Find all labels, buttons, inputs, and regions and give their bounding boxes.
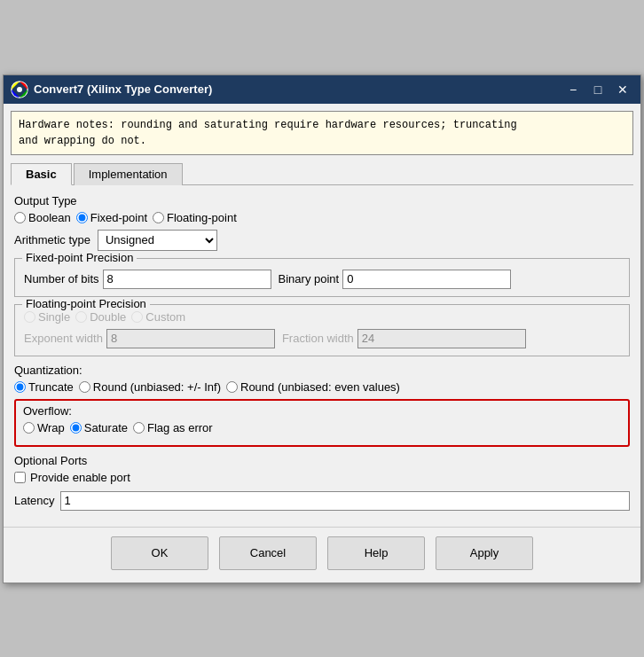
fixed-point-legend: Fixed-point Precision <box>22 251 137 264</box>
fp-double: Double <box>75 310 126 324</box>
output-type-floating-radio[interactable] <box>153 212 164 223</box>
apply-button[interactable]: Apply <box>436 536 533 570</box>
close-button[interactable]: ✕ <box>612 79 633 100</box>
app-icon <box>11 81 28 98</box>
latency-label: Latency <box>14 494 55 507</box>
fp-double-radio <box>75 311 87 323</box>
quant-round-even[interactable]: Round (unbiased: even values) <box>226 380 400 394</box>
quantization-section: Quantization: Truncate Round (unbiased: … <box>14 364 630 394</box>
fp-single-radio <box>24 311 35 323</box>
fixed-point-precision-box: Fixed-point Precision Number of bits Bin… <box>14 258 630 297</box>
minimize-button[interactable]: − <box>562 79 584 100</box>
floating-point-inputs: Exponent width Fraction width <box>24 329 620 348</box>
quant-truncate-radio[interactable] <box>14 381 26 393</box>
overflow-flag-radio[interactable] <box>133 422 145 434</box>
dialog-content: Hardware notes: rounding and saturating … <box>4 111 640 583</box>
fp-custom: Custom <box>131 310 185 324</box>
output-type-floating[interactable]: Floating-point <box>153 211 237 224</box>
exponent-width-field: Exponent width <box>24 329 275 348</box>
overflow-wrap[interactable]: Wrap <box>23 421 65 434</box>
output-type-group: Boolean Fixed-point Floating-point <box>14 211 630 224</box>
overflow-saturate[interactable]: Saturate <box>70 421 128 434</box>
optional-ports-label: Optional Ports <box>14 454 630 467</box>
overflow-group: Wrap Saturate Flag as error <box>23 421 621 434</box>
window-title: Convert7 (Xilinx Type Converter) <box>34 82 562 96</box>
tab-content-basic: Output Type Boolean Fixed-point Floating… <box>4 185 640 520</box>
floating-point-legend: Floating-point Precision <box>22 297 150 310</box>
overflow-flag[interactable]: Flag as error <box>133 421 213 434</box>
output-type-fixed-radio[interactable] <box>76 212 88 223</box>
overflow-wrap-radio[interactable] <box>23 422 35 434</box>
button-bar: OK Cancel Help Apply <box>4 527 640 583</box>
optional-ports-section: Optional Ports Provide enable port <box>14 454 630 484</box>
number-of-bits-field: Number of bits <box>24 270 271 289</box>
fraction-width-label: Fraction width <box>282 332 354 345</box>
svg-point-1 <box>17 87 22 92</box>
title-bar: Convert7 (Xilinx Type Converter) − □ ✕ <box>4 75 640 104</box>
arithmetic-type-row: Arithmetic type Unsigned Signed (2's com… <box>14 230 630 251</box>
quant-truncate[interactable]: Truncate <box>14 380 74 394</box>
output-type-boolean-radio[interactable] <box>14 212 26 223</box>
hardware-note-text: Hardware notes: rounding and saturating … <box>19 119 517 147</box>
provide-enable-port[interactable]: Provide enable port <box>14 471 630 484</box>
overflow-section: Overflow: Wrap Saturate Flag as error <box>14 399 630 447</box>
arithmetic-type-select[interactable]: Unsigned Signed (2's comp) <box>98 230 217 251</box>
tab-bar: Basic Implementation <box>11 162 633 185</box>
floating-point-type-group: Single Double Custom <box>24 310 620 324</box>
main-window: Convert7 (Xilinx Type Converter) − □ ✕ H… <box>3 74 641 583</box>
binary-point-field: Binary point <box>279 270 512 289</box>
binary-point-input[interactable] <box>342 270 511 289</box>
quantization-label: Quantization: <box>14 364 82 377</box>
fp-single: Single <box>24 310 70 324</box>
quant-round-inf[interactable]: Round (unbiased: +/- Inf) <box>79 380 221 394</box>
tab-basic[interactable]: Basic <box>11 163 72 185</box>
hardware-note: Hardware notes: rounding and saturating … <box>11 111 633 155</box>
output-type-fixed[interactable]: Fixed-point <box>76 211 147 224</box>
cancel-button[interactable]: Cancel <box>219 536 317 570</box>
provide-enable-port-label: Provide enable port <box>30 471 130 484</box>
output-type-label: Output Type <box>14 194 630 207</box>
fraction-width-input <box>357 329 526 348</box>
number-of-bits-input[interactable] <box>103 270 271 289</box>
fraction-width-field: Fraction width <box>282 329 526 348</box>
output-type-boolean[interactable]: Boolean <box>14 211 71 224</box>
overflow-saturate-radio[interactable] <box>70 422 82 434</box>
arithmetic-type-label: Arithmetic type <box>14 233 90 246</box>
exponent-width-label: Exponent width <box>24 332 103 345</box>
maximize-button[interactable]: □ <box>587 79 609 100</box>
fixed-point-inputs: Number of bits Binary point <box>24 270 620 289</box>
help-button[interactable]: Help <box>327 536 425 570</box>
floating-point-precision-box: Floating-point Precision Single Double C… <box>14 304 630 356</box>
exponent-width-input <box>106 329 275 348</box>
ok-button[interactable]: OK <box>111 536 208 570</box>
binary-point-label: Binary point <box>279 272 340 285</box>
provide-enable-port-checkbox[interactable] <box>14 472 26 483</box>
latency-input[interactable] <box>60 491 630 511</box>
tab-implementation[interactable]: Implementation <box>74 163 183 185</box>
number-of-bits-label: Number of bits <box>24 272 99 285</box>
quantization-group: Truncate Round (unbiased: +/- Inf) Round… <box>14 380 630 394</box>
quant-round-inf-radio[interactable] <box>79 381 90 393</box>
window-controls: − □ ✕ <box>562 79 633 100</box>
fp-custom-radio <box>131 311 143 323</box>
latency-row: Latency <box>14 491 630 511</box>
quant-round-even-radio[interactable] <box>226 381 238 393</box>
overflow-label: Overflow: <box>23 404 621 418</box>
